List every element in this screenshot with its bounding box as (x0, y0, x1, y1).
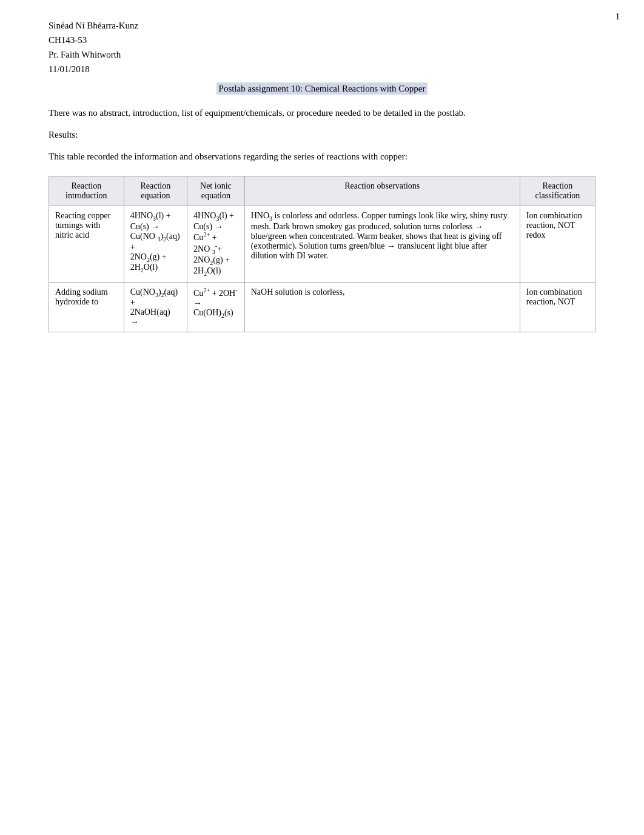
net-ionic-text-2: Cu2+ + 2OH- → Cu(OH)2(s) (193, 289, 237, 317)
observations-text: HNO3 is colorless and odorless. Copper t… (251, 211, 508, 260)
col-header-observations: Reaction observations (244, 176, 520, 206)
reactions-table: Reaction introduction Reaction equation … (49, 176, 595, 332)
observations-cell: HNO3 is colorless and odorless. Copper t… (244, 206, 520, 283)
page-number: 1 (615, 12, 620, 22)
col-header-classification: Reaction classification (520, 176, 595, 206)
net-ionic-cell-2: Cu2+ + 2OH- → Cu(OH)2(s) (187, 282, 245, 332)
classification-text-2: Ion combination reaction, NOT (526, 287, 582, 306)
reaction-intro-cell: Reacting copper turnings with nitric aci… (49, 206, 124, 283)
reaction-equation-text: 4HNO3(l) + Cu(s) → Cu(NO 3)2(aq) + 2NO2(… (130, 211, 180, 272)
col-header-net-ionic: Net ionic equation (187, 176, 245, 206)
col-header-intro: Reaction introduction (49, 176, 124, 206)
results-label: Results: (49, 130, 595, 140)
reaction-equation-text-2: Cu(NO3)2(aq) + 2NaOH(aq) → (130, 287, 178, 327)
net-ionic-cell: 4HNO3(l) + Cu(s) → Cu2+ + 2NO 3-+ 2NO2(g… (187, 206, 245, 283)
abstract-note: There was no abstract, introduction, lis… (49, 105, 595, 121)
reaction-equation-cell-2: Cu(NO3)2(aq) + 2NaOH(aq) → (124, 282, 187, 332)
date: 11/01/2018 (49, 62, 595, 76)
classification-cell-2: Ion combination reaction, NOT (520, 282, 595, 332)
col-header-equation: Reaction equation (124, 176, 187, 206)
table-row: Reacting copper turnings with nitric aci… (49, 206, 595, 283)
classification-text: Ion combination reaction, NOT redox (526, 211, 582, 240)
reaction-intro-cell-2: Adding sodium hydroxide to (49, 282, 124, 332)
instructor-name: Pr. Faith Whitworth (49, 47, 595, 62)
classification-cell: Ion combination reaction, NOT redox (520, 206, 595, 283)
page-title: Postlab assignment 10: Chemical Reaction… (49, 84, 595, 94)
reaction-intro-text-2: Adding sodium hydroxide to (55, 287, 108, 306)
table-row: Adding sodium hydroxide to Cu(NO3)2(aq) … (49, 282, 595, 332)
observations-text-2: NaOH solution is colorless, (251, 287, 345, 297)
header-block: Sinéad Ní Bhéarra-Kunz CH143-53 Pr. Fait… (49, 18, 595, 76)
course-code: CH143-53 (49, 33, 595, 47)
author-name: Sinéad Ní Bhéarra-Kunz (49, 18, 595, 33)
observations-cell-2: NaOH solution is colorless, (244, 282, 520, 332)
reaction-equation-cell: 4HNO3(l) + Cu(s) → Cu(NO 3)2(aq) + 2NO2(… (124, 206, 187, 283)
net-ionic-text: 4HNO3(l) + Cu(s) → Cu2+ + 2NO 3-+ 2NO2(g… (193, 211, 234, 275)
reaction-intro-text: Reacting copper turnings with nitric aci… (55, 211, 110, 240)
table-intro: This table recorded the information and … (49, 149, 595, 165)
